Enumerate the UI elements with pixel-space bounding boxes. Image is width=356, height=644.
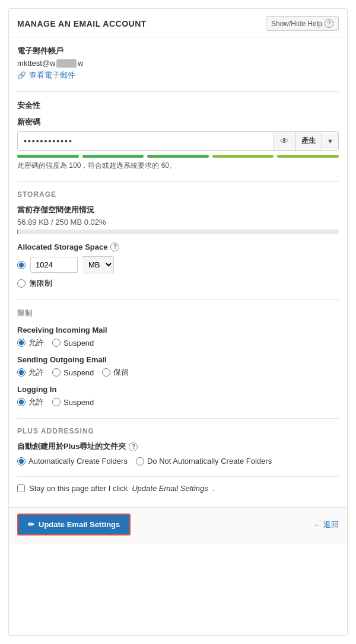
plus-no-create-option[interactable]: Do Not Automatically Create Folders <box>136 457 272 466</box>
generate-password-button[interactable]: 產生 <box>295 132 322 150</box>
plus-auto-create-option[interactable]: Automatically Create Folders <box>17 457 128 466</box>
back-link[interactable]: ← 返回 <box>313 519 339 530</box>
card-header: MANAGE AN EMAIL ACCOUNT Show/Hide Help ? <box>9 9 347 37</box>
login-suspend-option[interactable]: Suspend <box>52 398 94 407</box>
email-prefix: mkttest@w <box>17 59 55 68</box>
plus-addressing-section: PLUS ADDRESSING 自動創建用於Plus尋址的文件夾 ? Autom… <box>17 427 339 466</box>
divider-1 <box>17 91 339 92</box>
login-allow-option[interactable]: 允許 <box>17 397 44 407</box>
storage-amount-input[interactable] <box>30 257 78 273</box>
help-circle-icon: ? <box>325 19 333 28</box>
page-wrapper: MANAGE AN EMAIL ACCOUNT Show/Hide Help ?… <box>0 0 356 644</box>
plus-label: 自動創建用於Plus尋址的文件夾 ? <box>17 441 339 452</box>
sending-allow-radio[interactable] <box>17 368 26 377</box>
security-heading: 安全性 <box>17 100 339 111</box>
plus-options: Automatically Create Folders Do Not Auto… <box>17 457 339 466</box>
sending-hold-radio[interactable] <box>102 368 110 377</box>
limit-sending-options: 允許 Suspend 保留 <box>17 367 339 378</box>
receiving-suspend-radio[interactable] <box>52 339 61 347</box>
view-email-link[interactable]: 🔗 查看電子郵件 <box>17 70 339 81</box>
limit-login-label: Logging In <box>17 385 339 394</box>
limits-section: 限制 Receiving Incoming Mail 允許 Suspend <box>17 308 339 407</box>
storage-radio-limited[interactable] <box>17 261 26 269</box>
email-account-label: 電子郵件帳戶 <box>17 46 339 56</box>
plus-title: PLUS ADDRESSING <box>17 427 339 435</box>
strength-bar-1 <box>17 155 79 158</box>
sending-hold-label: 保留 <box>113 367 129 378</box>
main-card: MANAGE AN EMAIL ACCOUNT Show/Hide Help ?… <box>8 8 348 636</box>
sending-hold-option[interactable]: 保留 <box>102 367 129 378</box>
login-suspend-label: Suspend <box>63 398 94 407</box>
sending-allow-label: 允許 <box>28 367 44 378</box>
receiving-allow-option[interactable]: 允許 <box>17 337 44 348</box>
sending-suspend-label: Suspend <box>63 368 94 377</box>
allocated-label-text: Allocated Storage Space <box>17 243 107 251</box>
login-suspend-radio[interactable] <box>52 398 61 406</box>
update-btn-icon: ✏ <box>28 520 34 529</box>
storage-unit-select[interactable]: MB GB <box>82 256 114 273</box>
show-hide-button[interactable]: Show/Hide Help ? <box>266 16 339 31</box>
dropdown-arrow-icon: ▼ <box>327 138 333 145</box>
stay-on-page-checkbox[interactable] <box>17 484 25 492</box>
update-email-settings-button[interactable]: ✏ Update Email Settings <box>17 514 131 535</box>
external-link-icon: 🔗 <box>17 71 26 79</box>
receiving-allow-radio[interactable] <box>17 339 26 347</box>
login-allow-label: 允許 <box>28 397 44 407</box>
storage-current-value: 56.89 KB / 250 MB 0.02% <box>17 218 339 227</box>
plus-auto-create-radio[interactable] <box>17 457 26 466</box>
generate-dropdown-button[interactable]: ▼ <box>322 133 338 149</box>
limits-title: 限制 <box>17 308 339 318</box>
view-email-label: 查看電子郵件 <box>29 70 75 81</box>
strength-text: 此密碼的強度為 100，符合或超過系統要求的 60。 <box>17 161 339 171</box>
password-label: 新密碼 <box>17 117 339 127</box>
show-hide-label: Show/Hide Help <box>271 20 322 28</box>
receiving-suspend-label: Suspend <box>63 339 94 347</box>
plus-label-text: 自動創建用於Plus尋址的文件夾 <box>17 441 126 452</box>
limit-receiving: Receiving Incoming Mail 允許 Suspend <box>17 326 339 348</box>
allocated-label: Allocated Storage Space ? <box>17 243 339 251</box>
page-title: MANAGE AN EMAIL ACCOUNT <box>17 19 147 28</box>
plus-no-create-radio[interactable] <box>136 457 144 466</box>
limit-login-options: 允許 Suspend <box>17 397 339 407</box>
email-account-section: 電子郵件帳戶 mkttest@w w 🔗 查看電子郵件 <box>17 46 339 81</box>
storage-radio-unlimited[interactable] <box>17 279 26 288</box>
storage-current-label: 當前存儲空間使用情況 <box>17 205 339 215</box>
allocated-help-icon[interactable]: ? <box>110 243 119 251</box>
storage-section: STORAGE 當前存儲空間使用情況 56.89 KB / 250 MB 0.0… <box>17 190 339 289</box>
plus-help-icon[interactable]: ? <box>129 442 138 451</box>
strength-bar-5 <box>277 155 339 158</box>
receiving-allow-label: 允許 <box>28 337 44 348</box>
eye-icon: 👁 <box>280 136 289 146</box>
divider-2 <box>17 181 339 182</box>
strength-bar-4 <box>212 155 274 158</box>
storage-bar-wrap <box>17 229 339 234</box>
stay-on-page-row: Stay on this page after I click Update E… <box>17 476 339 499</box>
sending-suspend-radio[interactable] <box>52 368 61 377</box>
unlimited-label: 無限制 <box>29 278 52 289</box>
plus-auto-create-label: Automatically Create Folders <box>28 457 128 466</box>
stay-on-page-text-prefix: Stay on this page after I click <box>29 484 128 493</box>
strength-bars <box>17 155 339 158</box>
strength-bar-3 <box>147 155 209 158</box>
divider-4 <box>17 418 339 419</box>
footer-row: ✏ Update Email Settings ← 返回 <box>9 507 347 544</box>
email-suffix: w <box>78 59 83 68</box>
stay-on-page-text-suffix: . <box>212 484 215 493</box>
login-allow-radio[interactable] <box>17 398 26 406</box>
limit-receiving-options: 允許 Suspend <box>17 337 339 348</box>
email-masked <box>56 59 77 68</box>
sending-suspend-option[interactable]: Suspend <box>52 368 94 377</box>
card-body: 電子郵件帳戶 mkttest@w w 🔗 查看電子郵件 安全性 新密碼 <box>9 37 347 507</box>
toggle-password-button[interactable]: 👁 <box>274 132 295 150</box>
limit-sending-label: Sending Outgoing Email <box>17 355 339 364</box>
update-btn-label: Update Email Settings <box>39 520 120 529</box>
limit-sending: Sending Outgoing Email 允許 Suspend 保留 <box>17 355 339 378</box>
plus-no-create-label: Do Not Automatically Create Folders <box>147 457 272 466</box>
security-section: 安全性 新密碼 👁 產生 ▼ <box>17 100 339 171</box>
receiving-suspend-option[interactable]: Suspend <box>52 339 94 347</box>
sending-allow-option[interactable]: 允許 <box>17 367 44 378</box>
strength-bar-2 <box>82 155 144 158</box>
unlimited-row: 無限制 <box>17 278 339 289</box>
password-input[interactable] <box>18 132 274 150</box>
back-arrow-icon: ← <box>313 520 321 529</box>
